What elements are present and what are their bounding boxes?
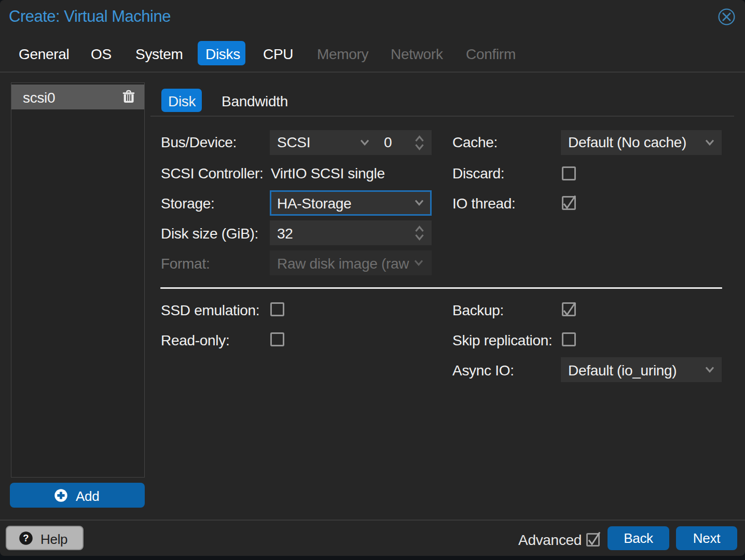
svg-text:?: ? bbox=[23, 533, 29, 543]
